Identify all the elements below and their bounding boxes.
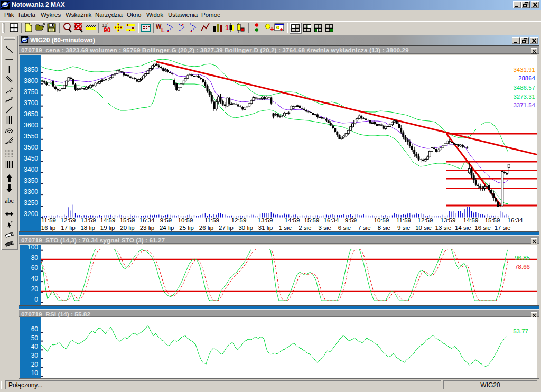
svg-text:7 sie: 7 sie bbox=[358, 225, 370, 231]
svg-text:14:59: 14:59 bbox=[463, 217, 479, 223]
svg-text:abc: abc bbox=[5, 197, 14, 204]
svg-text:6 sie: 6 sie bbox=[338, 225, 351, 231]
svg-text:3700: 3700 bbox=[24, 99, 38, 107]
svg-text:20: 20 bbox=[31, 361, 39, 368]
svg-text:3450: 3450 bbox=[24, 155, 38, 162]
svg-text:3371.54: 3371.54 bbox=[513, 102, 535, 108]
svg-text:15:59: 15:59 bbox=[120, 217, 135, 223]
svg-text:13:59: 13:59 bbox=[258, 217, 273, 223]
svg-text:25 lip: 25 lip bbox=[179, 225, 194, 231]
svg-text:3600: 3600 bbox=[24, 122, 38, 129]
svg-text:80: 80 bbox=[31, 254, 39, 262]
svg-text:11:59: 11:59 bbox=[204, 217, 219, 223]
svg-text:13:59: 13:59 bbox=[81, 217, 96, 223]
svg-text:17 lip: 17 lip bbox=[61, 225, 76, 231]
svg-text:12:59: 12:59 bbox=[418, 217, 433, 223]
svg-text:50: 50 bbox=[31, 334, 39, 342]
svg-text:12:59: 12:59 bbox=[231, 217, 247, 223]
svg-text:3486.57: 3486.57 bbox=[513, 85, 535, 91]
svg-text:20: 20 bbox=[31, 285, 39, 293]
svg-text:27 lip: 27 lip bbox=[219, 225, 234, 231]
svg-text:3350: 3350 bbox=[24, 177, 38, 184]
svg-text:19 lip: 19 lip bbox=[100, 225, 115, 231]
svg-text:3750: 3750 bbox=[24, 88, 38, 96]
svg-text:60: 60 bbox=[31, 264, 39, 272]
svg-text:15:59: 15:59 bbox=[304, 217, 320, 223]
svg-text:17 sie: 17 sie bbox=[495, 225, 511, 231]
svg-text:3431.91: 3431.91 bbox=[513, 67, 535, 73]
svg-text:8 sie: 8 sie bbox=[378, 225, 390, 231]
svg-text:40: 40 bbox=[31, 275, 39, 282]
svg-text:10: 10 bbox=[31, 369, 39, 377]
svg-text:14:59: 14:59 bbox=[100, 217, 116, 223]
svg-text:9:59: 9:59 bbox=[160, 217, 172, 223]
svg-text:13:59: 13:59 bbox=[441, 217, 456, 223]
svg-text:3200: 3200 bbox=[24, 210, 38, 218]
svg-text:10:59: 10:59 bbox=[178, 217, 193, 223]
svg-text:3550: 3550 bbox=[24, 133, 38, 140]
svg-text:3500: 3500 bbox=[24, 144, 38, 151]
svg-text:40: 40 bbox=[31, 343, 39, 350]
svg-text:3400: 3400 bbox=[24, 166, 38, 173]
svg-text:9:59: 9:59 bbox=[345, 217, 357, 223]
svg-text:30: 30 bbox=[31, 352, 39, 359]
svg-text:0: 0 bbox=[34, 296, 38, 303]
svg-text:31 lip: 31 lip bbox=[258, 225, 273, 231]
svg-text:16 lip: 16 lip bbox=[41, 225, 56, 231]
svg-text:53.77: 53.77 bbox=[513, 328, 528, 334]
svg-text:23 lip: 23 lip bbox=[140, 225, 155, 231]
svg-text:20 lip: 20 lip bbox=[120, 225, 135, 231]
svg-text:60: 60 bbox=[31, 325, 39, 333]
svg-text:16:34: 16:34 bbox=[508, 217, 523, 223]
svg-text:14:59: 14:59 bbox=[285, 217, 300, 223]
svg-text:1 sie: 1 sie bbox=[279, 225, 292, 231]
svg-text:96.85: 96.85 bbox=[515, 255, 530, 261]
svg-text:10 sie: 10 sie bbox=[415, 225, 432, 231]
svg-text:13 sie: 13 sie bbox=[435, 225, 452, 231]
svg-text:2 sie: 2 sie bbox=[299, 225, 311, 231]
svg-text:78.66: 78.66 bbox=[515, 264, 530, 270]
svg-text:11:59: 11:59 bbox=[41, 217, 56, 223]
svg-text:9 sie: 9 sie bbox=[397, 225, 410, 231]
svg-text:11:59: 11:59 bbox=[396, 217, 411, 223]
svg-text:3650: 3650 bbox=[24, 110, 38, 118]
svg-text:16:34: 16:34 bbox=[324, 217, 339, 223]
svg-text:24 lip: 24 lip bbox=[160, 225, 174, 231]
svg-text:3300: 3300 bbox=[24, 188, 38, 195]
svg-text:16 sie: 16 sie bbox=[474, 225, 491, 231]
svg-text:3 sie: 3 sie bbox=[319, 225, 331, 231]
svg-text:30 lip: 30 lip bbox=[238, 225, 253, 231]
svg-text:28864: 28864 bbox=[518, 75, 536, 81]
svg-text:3800: 3800 bbox=[24, 77, 38, 85]
svg-text:26 lip: 26 lip bbox=[199, 225, 214, 231]
svg-text:3850: 3850 bbox=[24, 66, 38, 73]
svg-text:3273.31: 3273.31 bbox=[513, 94, 535, 100]
svg-text:100: 100 bbox=[27, 245, 38, 251]
svg-text:16:34: 16:34 bbox=[139, 217, 155, 223]
svg-text:15:59: 15:59 bbox=[485, 217, 500, 223]
svg-text:12:59: 12:59 bbox=[61, 217, 76, 223]
svg-text:3250: 3250 bbox=[24, 199, 38, 207]
svg-text:10:59: 10:59 bbox=[374, 217, 389, 223]
svg-text:14 sie: 14 sie bbox=[455, 225, 471, 231]
svg-text:18 lip: 18 lip bbox=[80, 225, 95, 231]
